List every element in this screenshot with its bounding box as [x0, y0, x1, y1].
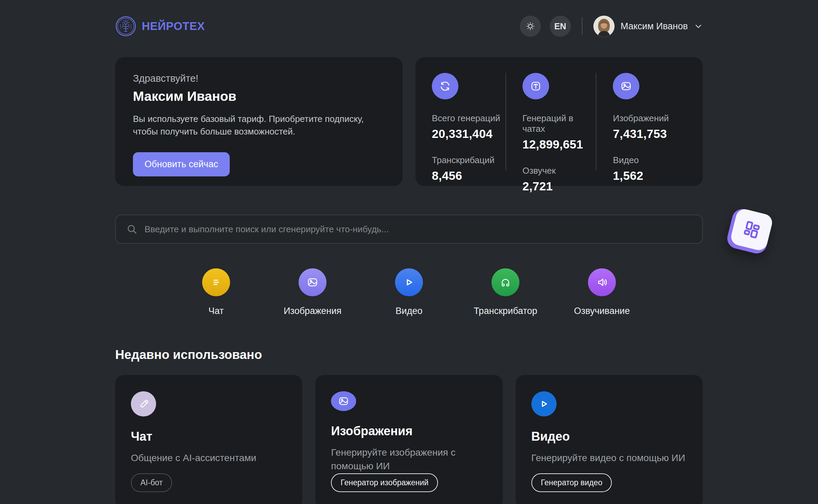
quick-item-images[interactable]: Изображения	[264, 268, 361, 316]
recent-card-badge: Генератор видео	[531, 473, 612, 492]
recent-card-badge: AI-бот	[131, 473, 172, 492]
neurotech-logo-icon	[115, 16, 136, 37]
recent-grid: Чат Общение с AI-ассистентами AI-бот Изо…	[115, 375, 703, 504]
stat-value: 2,721	[522, 179, 596, 193]
image-icon	[613, 73, 639, 99]
recent-card-chat[interactable]: Чат Общение с AI-ассистентами AI-бот	[115, 375, 302, 504]
stat-value: 7,431,753	[613, 127, 686, 141]
stat-label: Изображений	[613, 113, 686, 124]
play-icon	[531, 391, 557, 416]
avatar	[593, 16, 615, 37]
recent-card-video[interactable]: Видео Генерируйте видео с помощью ИИ Ген…	[516, 375, 703, 504]
hero-section: Здравствуйте! Максим Иванов Вы используе…	[115, 57, 703, 186]
stats-card: Всего генераций 20,331,404 Транскрибаций…	[415, 57, 703, 186]
recent-card-title: Видео	[531, 429, 570, 444]
stat-column-chats: Генераций в чатах 12,899,651 Озвучек 2,7…	[505, 73, 596, 170]
apps-widget-button[interactable]	[725, 207, 774, 255]
header-actions: EN Максим Иванов	[520, 16, 703, 37]
recent-card-title: Изображения	[331, 424, 412, 438]
sun-icon	[525, 21, 535, 31]
chat-lines-icon	[202, 268, 230, 296]
header: НЕЙРОТЕХ EN	[115, 0, 703, 37]
quick-label: Транскрибатор	[474, 306, 537, 316]
stat-column-generations: Всего генераций 20,331,404 Транскрибаций…	[432, 73, 505, 170]
logo-text: НЕЙРОТЕХ	[142, 20, 205, 33]
theme-toggle-button[interactable]	[520, 16, 541, 37]
user-name: Максим Иванов	[621, 21, 688, 32]
recent-card-description: Генерируйте видео с помощью ИИ	[531, 451, 685, 465]
search-input[interactable]	[145, 224, 692, 235]
search-bar	[115, 215, 703, 244]
header-divider	[582, 17, 582, 35]
quick-label: Чат	[209, 306, 224, 316]
quick-item-chat[interactable]: Чат	[168, 268, 264, 316]
stat-value: 1,562	[613, 169, 686, 183]
welcome-user-name: Максим Иванов	[133, 89, 385, 104]
stat-label: Видео	[613, 155, 686, 166]
stat-label: Генераций в чатах	[522, 113, 596, 134]
recent-card-title: Чат	[131, 429, 152, 444]
quick-access-row: Чат Изображения Видео	[115, 268, 703, 316]
quick-item-transcriber[interactable]: Транскрибатор	[457, 268, 554, 316]
quick-label: Изображения	[284, 306, 342, 316]
stat-value: 8,456	[432, 169, 505, 183]
pen-icon	[131, 391, 156, 416]
recent-card-description: Генерируйте изображения с помощью ИИ	[331, 446, 457, 473]
stat-value: 12,899,651	[522, 138, 596, 151]
recent-card-images[interactable]: Изображения Генерируйте изображения с по…	[315, 375, 502, 504]
image-icon	[299, 268, 327, 296]
stat-label: Транскрибаций	[432, 155, 505, 166]
speaker-icon	[588, 268, 616, 296]
headphones-icon	[491, 268, 519, 296]
tariff-description: Вы используете базовый тариф. Приобретит…	[133, 113, 385, 138]
recent-card-badge: Генератор изображений	[331, 473, 438, 492]
logo[interactable]: НЕЙРОТЕХ	[115, 16, 205, 37]
stat-label: Озвучек	[522, 166, 596, 176]
play-icon	[395, 268, 423, 296]
quick-label: Видео	[396, 306, 423, 316]
upgrade-button[interactable]: Обновить сейчас	[133, 152, 230, 176]
stat-column-images: Изображений 7,431,753 Видео 1,562	[596, 73, 686, 170]
quick-item-video[interactable]: Видео	[361, 268, 457, 316]
chevron-down-icon	[694, 22, 703, 31]
recent-card-description: Общение с AI-ассистентами	[131, 451, 256, 465]
quick-label: Озвучивание	[574, 306, 630, 316]
recent-section-title: Недавно использовано	[115, 348, 703, 362]
search-icon	[126, 223, 138, 235]
language-button[interactable]: EN	[550, 16, 571, 37]
sync-icon	[432, 73, 458, 99]
quick-item-voice[interactable]: Озвучивание	[554, 268, 650, 316]
greeting: Здравствуйте!	[133, 73, 385, 84]
image-icon	[331, 391, 356, 411]
user-menu[interactable]: Максим Иванов	[593, 16, 703, 37]
stat-value: 20,331,404	[432, 127, 505, 141]
stat-label: Всего генераций	[432, 113, 505, 124]
welcome-card: Здравствуйте! Максим Иванов Вы используе…	[115, 57, 403, 186]
text-generation-icon	[522, 73, 549, 99]
